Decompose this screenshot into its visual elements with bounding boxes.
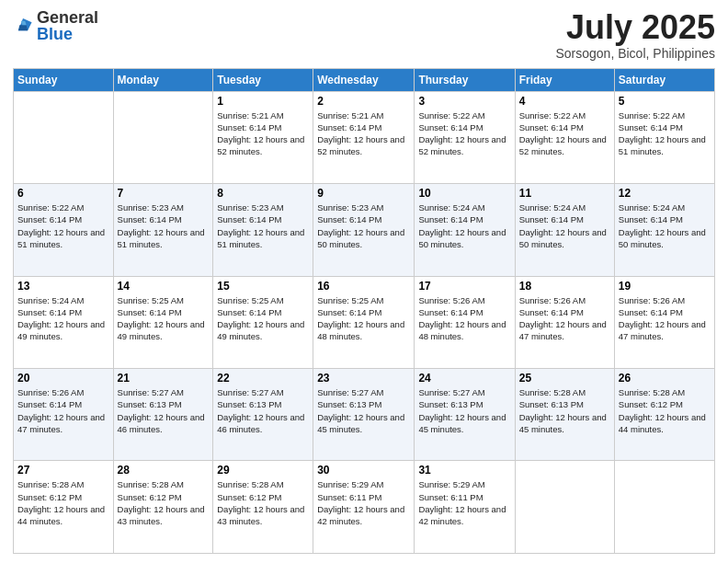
calendar-cell: 8Sunrise: 5:23 AMSunset: 6:14 PMDaylight… bbox=[213, 184, 313, 276]
day-info: Sunrise: 5:28 AMSunset: 6:12 PMDaylight:… bbox=[17, 478, 109, 527]
weekday-header-friday: Friday bbox=[515, 68, 614, 91]
weekday-header-row: SundayMondayTuesdayWednesdayThursdayFrid… bbox=[14, 68, 715, 91]
calendar-cell: 9Sunrise: 5:23 AMSunset: 6:14 PMDaylight… bbox=[313, 184, 415, 276]
day-info: Sunrise: 5:24 AMSunset: 6:14 PMDaylight:… bbox=[519, 201, 610, 250]
day-info: Sunrise: 5:22 AMSunset: 6:14 PMDaylight:… bbox=[519, 109, 610, 158]
day-number: 20 bbox=[17, 372, 109, 385]
day-info: Sunrise: 5:28 AMSunset: 6:13 PMDaylight:… bbox=[519, 386, 610, 435]
week-row-4: 20Sunrise: 5:26 AMSunset: 6:14 PMDayligh… bbox=[14, 369, 715, 461]
calendar-cell: 7Sunrise: 5:23 AMSunset: 6:14 PMDaylight… bbox=[113, 184, 213, 276]
day-info: Sunrise: 5:21 AMSunset: 6:14 PMDaylight:… bbox=[217, 109, 309, 158]
day-info: Sunrise: 5:28 AMSunset: 6:12 PMDaylight:… bbox=[217, 478, 309, 527]
day-number: 24 bbox=[418, 372, 510, 385]
weekday-header-monday: Monday bbox=[113, 68, 213, 91]
svg-marker-1 bbox=[18, 25, 28, 30]
calendar-cell bbox=[113, 91, 213, 183]
day-number: 11 bbox=[519, 187, 610, 200]
day-info: Sunrise: 5:24 AMSunset: 6:14 PMDaylight:… bbox=[619, 201, 711, 250]
day-info: Sunrise: 5:27 AMSunset: 6:13 PMDaylight:… bbox=[317, 386, 410, 435]
weekday-header-tuesday: Tuesday bbox=[213, 68, 313, 91]
calendar-cell: 2Sunrise: 5:21 AMSunset: 6:14 PMDaylight… bbox=[313, 91, 415, 183]
calendar-cell: 11Sunrise: 5:24 AMSunset: 6:14 PMDayligh… bbox=[515, 184, 614, 276]
day-info: Sunrise: 5:23 AMSunset: 6:14 PMDaylight:… bbox=[217, 201, 309, 250]
day-number: 8 bbox=[217, 187, 309, 200]
calendar-cell: 13Sunrise: 5:24 AMSunset: 6:14 PMDayligh… bbox=[14, 276, 114, 368]
calendar-cell bbox=[14, 91, 114, 183]
calendar-cell: 17Sunrise: 5:26 AMSunset: 6:14 PMDayligh… bbox=[415, 276, 515, 368]
title-block: July 2025 Sorsogon, Bicol, Philippines bbox=[555, 9, 715, 61]
header: General Blue July 2025 Sorsogon, Bicol, … bbox=[13, 9, 715, 61]
calendar-cell: 14Sunrise: 5:25 AMSunset: 6:14 PMDayligh… bbox=[113, 276, 213, 368]
calendar-table: SundayMondayTuesdayWednesdayThursdayFrid… bbox=[13, 68, 715, 554]
day-info: Sunrise: 5:24 AMSunset: 6:14 PMDaylight:… bbox=[418, 201, 510, 250]
day-number: 14 bbox=[118, 280, 210, 293]
calendar-cell: 26Sunrise: 5:28 AMSunset: 6:12 PMDayligh… bbox=[614, 369, 714, 461]
day-info: Sunrise: 5:27 AMSunset: 6:13 PMDaylight:… bbox=[418, 386, 510, 435]
calendar-cell: 18Sunrise: 5:26 AMSunset: 6:14 PMDayligh… bbox=[515, 276, 614, 368]
day-number: 9 bbox=[317, 187, 410, 200]
calendar-cell: 23Sunrise: 5:27 AMSunset: 6:13 PMDayligh… bbox=[313, 369, 415, 461]
day-number: 28 bbox=[118, 464, 210, 477]
day-number: 16 bbox=[317, 280, 410, 293]
calendar-cell: 19Sunrise: 5:26 AMSunset: 6:14 PMDayligh… bbox=[614, 276, 714, 368]
calendar-cell: 6Sunrise: 5:22 AMSunset: 6:14 PMDaylight… bbox=[14, 184, 114, 276]
calendar-cell: 4Sunrise: 5:22 AMSunset: 6:14 PMDaylight… bbox=[515, 91, 614, 183]
logo-text: General Blue bbox=[37, 9, 98, 42]
calendar-cell: 27Sunrise: 5:28 AMSunset: 6:12 PMDayligh… bbox=[14, 461, 114, 554]
day-number: 2 bbox=[317, 95, 410, 108]
day-info: Sunrise: 5:29 AMSunset: 6:11 PMDaylight:… bbox=[418, 478, 510, 527]
calendar-cell bbox=[614, 461, 714, 554]
calendar-cell: 5Sunrise: 5:22 AMSunset: 6:14 PMDaylight… bbox=[614, 91, 714, 183]
day-number: 1 bbox=[217, 95, 309, 108]
page: General Blue July 2025 Sorsogon, Bicol, … bbox=[0, 0, 728, 563]
day-number: 12 bbox=[619, 187, 711, 200]
day-number: 17 bbox=[418, 280, 510, 293]
calendar-cell: 22Sunrise: 5:27 AMSunset: 6:13 PMDayligh… bbox=[213, 369, 313, 461]
day-number: 10 bbox=[418, 187, 510, 200]
day-info: Sunrise: 5:26 AMSunset: 6:14 PMDaylight:… bbox=[17, 386, 109, 435]
day-number: 3 bbox=[418, 95, 510, 108]
day-number: 23 bbox=[317, 372, 410, 385]
day-info: Sunrise: 5:26 AMSunset: 6:14 PMDaylight:… bbox=[519, 294, 610, 343]
logo-icon bbox=[13, 16, 33, 36]
weekday-header-saturday: Saturday bbox=[614, 68, 714, 91]
day-number: 26 bbox=[619, 372, 711, 385]
calendar-cell: 31Sunrise: 5:29 AMSunset: 6:11 PMDayligh… bbox=[415, 461, 515, 554]
day-number: 15 bbox=[217, 280, 309, 293]
day-info: Sunrise: 5:25 AMSunset: 6:14 PMDaylight:… bbox=[217, 294, 309, 343]
calendar-cell: 15Sunrise: 5:25 AMSunset: 6:14 PMDayligh… bbox=[213, 276, 313, 368]
day-number: 19 bbox=[619, 280, 711, 293]
calendar-cell: 16Sunrise: 5:25 AMSunset: 6:14 PMDayligh… bbox=[313, 276, 415, 368]
day-number: 22 bbox=[217, 372, 309, 385]
calendar-cell: 24Sunrise: 5:27 AMSunset: 6:13 PMDayligh… bbox=[415, 369, 515, 461]
calendar-cell: 10Sunrise: 5:24 AMSunset: 6:14 PMDayligh… bbox=[415, 184, 515, 276]
calendar-cell: 12Sunrise: 5:24 AMSunset: 6:14 PMDayligh… bbox=[614, 184, 714, 276]
calendar-cell: 25Sunrise: 5:28 AMSunset: 6:13 PMDayligh… bbox=[515, 369, 614, 461]
day-info: Sunrise: 5:28 AMSunset: 6:12 PMDaylight:… bbox=[619, 386, 711, 435]
day-number: 4 bbox=[519, 95, 610, 108]
day-info: Sunrise: 5:27 AMSunset: 6:13 PMDaylight:… bbox=[118, 386, 210, 435]
day-info: Sunrise: 5:21 AMSunset: 6:14 PMDaylight:… bbox=[317, 109, 410, 158]
week-row-3: 13Sunrise: 5:24 AMSunset: 6:14 PMDayligh… bbox=[14, 276, 715, 368]
calendar-cell: 1Sunrise: 5:21 AMSunset: 6:14 PMDaylight… bbox=[213, 91, 313, 183]
week-row-5: 27Sunrise: 5:28 AMSunset: 6:12 PMDayligh… bbox=[14, 461, 715, 554]
day-number: 7 bbox=[118, 187, 210, 200]
day-info: Sunrise: 5:22 AMSunset: 6:14 PMDaylight:… bbox=[418, 109, 510, 158]
day-number: 29 bbox=[217, 464, 309, 477]
calendar-cell: 20Sunrise: 5:26 AMSunset: 6:14 PMDayligh… bbox=[14, 369, 114, 461]
day-number: 31 bbox=[418, 464, 510, 477]
day-info: Sunrise: 5:27 AMSunset: 6:13 PMDaylight:… bbox=[217, 386, 309, 435]
day-number: 25 bbox=[519, 372, 610, 385]
day-info: Sunrise: 5:22 AMSunset: 6:14 PMDaylight:… bbox=[619, 109, 711, 158]
day-number: 13 bbox=[17, 280, 109, 293]
calendar-cell: 3Sunrise: 5:22 AMSunset: 6:14 PMDaylight… bbox=[415, 91, 515, 183]
weekday-header-sunday: Sunday bbox=[14, 68, 114, 91]
day-info: Sunrise: 5:26 AMSunset: 6:14 PMDaylight:… bbox=[619, 294, 711, 343]
month-title: July 2025 bbox=[555, 9, 715, 46]
day-number: 21 bbox=[118, 372, 210, 385]
day-number: 27 bbox=[17, 464, 109, 477]
calendar-cell: 21Sunrise: 5:27 AMSunset: 6:13 PMDayligh… bbox=[113, 369, 213, 461]
day-info: Sunrise: 5:28 AMSunset: 6:12 PMDaylight:… bbox=[118, 478, 210, 527]
subtitle: Sorsogon, Bicol, Philippines bbox=[555, 46, 715, 61]
calendar-cell bbox=[515, 461, 614, 554]
